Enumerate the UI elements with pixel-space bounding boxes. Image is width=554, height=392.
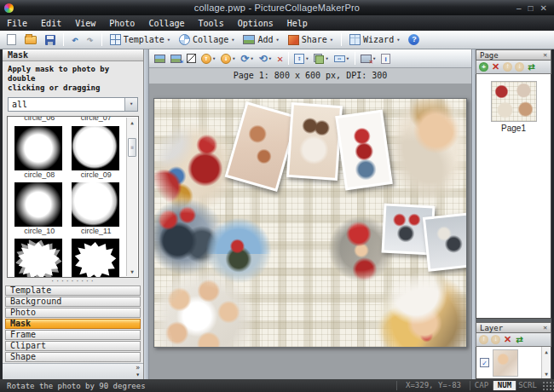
layer-thumbnail[interactable] — [493, 349, 518, 377]
status-bar: Rotate the photo by 90 degrees X=329, Y=… — [0, 379, 554, 392]
template-button[interactable]: Template ▾ — [107, 33, 173, 46]
wizard-button[interactable]: Wizard ▾ — [347, 33, 402, 46]
photo-boy-resting[interactable] — [386, 98, 467, 205]
page-down-button[interactable]: ↓ — [515, 62, 524, 72]
resize-grip[interactable] — [542, 381, 554, 391]
help-button[interactable]: ? — [406, 33, 422, 46]
menu-tools[interactable]: Tools — [192, 17, 231, 30]
refresh-layers-button[interactable]: ⇄ — [515, 335, 524, 344]
move-down-button[interactable]: ↓▾ — [219, 53, 237, 65]
scroll-up-icon[interactable]: ▲ — [127, 118, 137, 127]
scroll-down-icon[interactable]: ▼ — [542, 371, 551, 377]
layer-scrollbar[interactable]: ▲ ▼ — [541, 347, 551, 378]
chevron-down-icon[interactable]: ▾ — [268, 55, 272, 62]
scrollbar-thumb[interactable]: ≡ — [128, 138, 136, 157]
canvas-viewport[interactable] — [149, 84, 471, 379]
page-thumbnail[interactable] — [491, 81, 537, 122]
add-photo-button[interactable] — [153, 54, 167, 64]
category-photo[interactable]: Photo — [5, 308, 141, 318]
minimize-button[interactable]: – — [516, 3, 522, 13]
menu-view[interactable]: View — [68, 17, 102, 30]
share-button[interactable]: Share ▾ — [286, 34, 336, 46]
photo-kids-lying[interactable] — [225, 101, 299, 192]
photo-blonde-woman[interactable] — [372, 271, 467, 348]
layer-visibility-checkbox[interactable]: ✓ — [480, 358, 489, 367]
chevron-down-icon[interactable]: ▾ — [346, 55, 349, 62]
close-icon[interactable]: ✕ — [543, 324, 547, 331]
panel-splitter-handle[interactable]: ········· — [3, 278, 143, 285]
category-clipart[interactable]: Clipart — [5, 341, 141, 351]
menu-options[interactable]: Options — [231, 17, 280, 30]
caps-lock-indicator: CAP — [470, 381, 493, 390]
mask-item-circle-09[interactable]: circle_09 — [72, 126, 121, 180]
collage-page[interactable] — [153, 98, 467, 348]
photo-friends-circle[interactable] — [153, 268, 262, 348]
photo-kids-hugging[interactable] — [286, 102, 343, 181]
collage-button[interactable]: Collage ▾ — [176, 33, 237, 46]
save-button[interactable] — [43, 34, 58, 46]
mask-item-jagged-1[interactable] — [14, 239, 64, 278]
menu-collage[interactable]: Collage — [141, 17, 191, 30]
add-page-button[interactable]: + — [479, 62, 488, 72]
close-icon[interactable]: ✕ — [543, 51, 547, 59]
move-up-button[interactable]: ↑▾ — [199, 53, 217, 65]
page-up-button[interactable]: ↑ — [503, 62, 512, 72]
page-panel-toolbar: + ✕ ↑ ↓ ⇄ — [476, 61, 551, 74]
delete-overlay-icon: ✕ — [369, 58, 373, 66]
remove-photo-button[interactable]: ✕▾ — [359, 54, 378, 64]
mask-item-circle-10[interactable]: circle_10 — [14, 182, 64, 236]
category-background[interactable]: Background — [5, 297, 141, 307]
wizard-label: Wizard — [363, 35, 394, 44]
mask-list-scrollbar[interactable]: ▲ ≡ ▼ — [126, 118, 137, 276]
scroll-down-icon[interactable]: ▼ — [127, 267, 137, 276]
maximize-button[interactable]: □ — [528, 3, 534, 13]
add-button[interactable]: Add ▾ — [240, 34, 281, 45]
chevron-down-icon[interactable]: ▾ — [124, 98, 137, 111]
photo-toddler-santa[interactable] — [335, 110, 393, 191]
chevron-down-icon[interactable]: ▾ — [232, 55, 235, 62]
chevron-down-icon[interactable]: ▾ — [325, 55, 328, 62]
redo-button[interactable]: ↷ — [84, 33, 96, 46]
mask-panel-title: Mask — [3, 49, 143, 61]
chevron-down-icon: ▾ — [167, 37, 170, 43]
crop-button[interactable] — [185, 53, 198, 64]
layer-up-button[interactable]: ↑ — [479, 335, 488, 344]
add-photo-icon — [154, 55, 165, 63]
chevron-down-icon[interactable]: ▾ — [305, 55, 309, 62]
scroll-up-icon[interactable]: ▲ — [542, 349, 551, 355]
photo-winter-group-2[interactable] — [423, 212, 467, 272]
undo-button[interactable]: ↶ — [69, 33, 81, 46]
menu-help[interactable]: Help — [280, 17, 315, 30]
category-mask[interactable]: Mask — [5, 319, 141, 329]
open-button[interactable] — [22, 35, 39, 45]
properties-button[interactable]: i — [379, 53, 392, 65]
layer-down-button[interactable]: ↓ — [491, 335, 500, 344]
category-template[interactable]: Template — [5, 285, 141, 296]
align-button[interactable]: ▾ — [312, 53, 330, 65]
delete-layer-button[interactable]: ✕ — [503, 335, 512, 344]
menu-file[interactable]: File — [0, 17, 34, 30]
close-button[interactable]: ✕ — [540, 3, 547, 13]
replace-photo-button[interactable]: ⇲ — [169, 54, 183, 64]
category-shape[interactable]: Shape — [5, 352, 141, 362]
rotate-cw-button[interactable]: ⟳▾ — [239, 53, 255, 65]
delete-photo-button[interactable]: ✕ — [275, 53, 285, 65]
spacing-button[interactable]: ↔▾ — [332, 55, 351, 63]
panel-overflow-button[interactable]: » ▾ — [136, 365, 140, 378]
menu-edit[interactable]: Edit — [34, 17, 68, 30]
mask-item-circle-08[interactable]: circle_08 — [14, 126, 64, 180]
page-panel-title: Page — [480, 51, 499, 60]
mask-item-circle-11[interactable]: circle_11 — [72, 182, 121, 236]
mask-filter-select[interactable]: all ▾ — [8, 97, 138, 112]
new-button[interactable] — [4, 33, 19, 46]
mask-item-jagged-2[interactable] — [72, 239, 121, 278]
chevron-down-icon[interactable]: ▾ — [212, 55, 216, 62]
delete-page-button[interactable]: ✕ — [491, 62, 500, 72]
category-frame[interactable]: Frame — [5, 330, 141, 340]
refresh-pages-button[interactable]: ⇄ — [527, 62, 536, 72]
rotate-ccw-button[interactable]: ⟲▾ — [257, 53, 274, 65]
menu-photo[interactable]: Photo — [102, 17, 141, 30]
chevron-down-icon[interactable]: ▾ — [251, 55, 254, 62]
mask-thumbnail — [72, 182, 119, 227]
fit-frame-button[interactable]: ↕▾ — [292, 53, 310, 65]
